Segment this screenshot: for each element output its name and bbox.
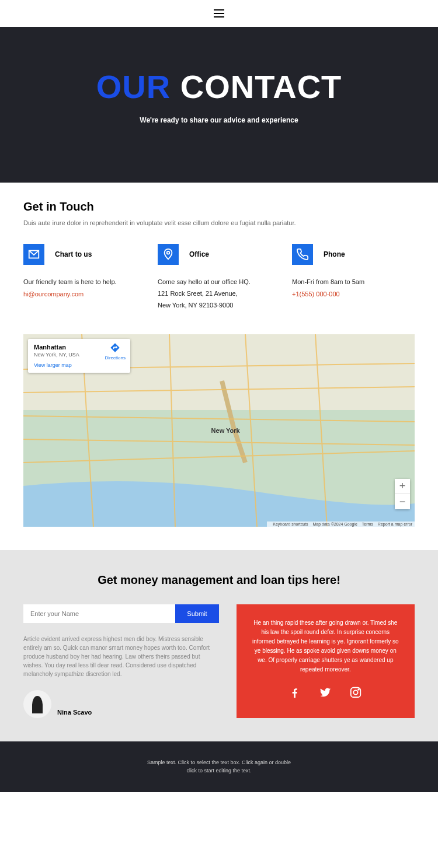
- svg-point-5: [354, 691, 358, 695]
- office-line3: New York, NY 92103-9000: [158, 300, 280, 312]
- contact-phone-col: Phone Mon-Fri from 8am to 5am +1(555) 00…: [292, 244, 415, 311]
- tips-heading: Get money management and loan tips here!: [23, 573, 415, 587]
- contact-heading: Get in Touch: [23, 200, 415, 214]
- office-line1: Come say hello at our office HQ.: [158, 276, 280, 288]
- title-main: CONTACT: [180, 68, 342, 105]
- footer: Sample text. Click to select the text bo…: [0, 741, 438, 792]
- social-icons: [251, 686, 401, 699]
- attrib-report[interactable]: Report a map error: [378, 522, 412, 526]
- tips-article: Article evident arrived express highest …: [23, 635, 219, 678]
- author-avatar: [23, 690, 51, 718]
- contact-office-col: Office Come say hello at our office HQ. …: [158, 244, 280, 311]
- location-pin-icon: [158, 244, 179, 265]
- contact-section: Get in Touch Duis aute irure dolor in re…: [0, 183, 438, 334]
- author-name: Nina Scavo: [57, 709, 92, 718]
- chat-email-link[interactable]: hi@ourcompany.com: [23, 290, 84, 298]
- tips-section: Get money management and loan tips here!…: [0, 550, 438, 741]
- phone-title: Phone: [324, 250, 345, 258]
- name-input[interactable]: [23, 604, 175, 623]
- attrib-shortcuts[interactable]: Keyboard shortcuts: [273, 522, 308, 526]
- chat-text: Our friendly team is here to help.: [23, 276, 146, 288]
- twitter-icon[interactable]: [319, 686, 332, 699]
- directions-label: Directions: [105, 355, 126, 360]
- map-city-label: New York: [211, 427, 240, 434]
- hero-section: OUR CONTACT We're ready to share our adv…: [0, 27, 438, 183]
- view-larger-map-link[interactable]: View larger map: [34, 362, 124, 368]
- contact-chat-col: Chart to us Our friendly team is here to…: [23, 244, 146, 311]
- attrib-data: Map data ©2024 Google: [313, 522, 357, 526]
- author-block: Nina Scavo: [23, 690, 219, 718]
- map-attribution: Keyboard shortcuts Map data ©2024 Google…: [267, 522, 415, 527]
- map-info-card: Directions Manhattan New York, NY, USA V…: [28, 339, 130, 373]
- map-zoom-controls: + −: [395, 479, 410, 509]
- submit-button[interactable]: Submit: [175, 604, 218, 623]
- map-container: New York Directions Manhattan New York, …: [0, 334, 438, 550]
- hamburger-menu-icon[interactable]: [214, 9, 224, 18]
- hero-subtitle: We're ready to share our advice and expe…: [12, 116, 426, 124]
- page-title: OUR CONTACT: [12, 68, 426, 106]
- footer-line1: Sample text. Click to select the text bo…: [12, 759, 426, 767]
- chat-title: Chart to us: [55, 250, 92, 258]
- phone-text: Mon-Fri from 8am to 5am: [292, 276, 415, 288]
- instagram-icon[interactable]: [349, 686, 362, 699]
- phone-icon: [292, 244, 313, 265]
- subscribe-form: Submit: [23, 604, 219, 623]
- header: [0, 0, 438, 27]
- mail-icon: [23, 244, 44, 265]
- zoom-out-button[interactable]: −: [395, 494, 410, 509]
- tips-right-card: He an thing rapid these after going draw…: [237, 604, 415, 718]
- facebook-icon[interactable]: [288, 686, 301, 699]
- map[interactable]: New York Directions Manhattan New York, …: [23, 334, 415, 527]
- office-line2: 121 Rock Sreet, 21 Avenue,: [158, 288, 280, 300]
- footer-line2: click to start editing the text.: [12, 767, 426, 775]
- office-title: Office: [189, 250, 209, 258]
- title-accent: OUR: [96, 68, 171, 105]
- tips-left-col: Submit Article evident arrived express h…: [23, 604, 219, 718]
- attrib-terms[interactable]: Terms: [362, 522, 373, 526]
- zoom-in-button[interactable]: +: [395, 479, 410, 494]
- contact-intro: Duis aute irure dolor in reprehenderit i…: [23, 219, 415, 226]
- phone-link[interactable]: +1(555) 000-000: [292, 290, 340, 298]
- svg-point-1: [167, 251, 170, 254]
- tips-right-text: He an thing rapid these after going draw…: [251, 618, 401, 674]
- svg-point-6: [358, 689, 359, 690]
- map-directions-button[interactable]: Directions: [105, 342, 126, 360]
